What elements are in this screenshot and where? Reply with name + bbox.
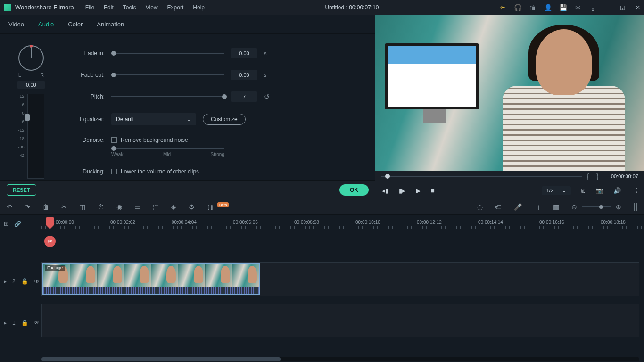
ruler-tick: 00:00:02:02 (110, 220, 135, 225)
timeline-ruler[interactable]: 00:00:00:00 00:00:02:02 00:00:04:04 00:0… (41, 215, 644, 229)
greenscreen-icon[interactable]: ▭ (134, 203, 140, 211)
denoise-slider[interactable] (111, 148, 224, 149)
menu-tools[interactable]: Tools (123, 4, 136, 11)
mail-icon[interactable]: ✉ (575, 4, 581, 11)
seek-slider[interactable] (381, 176, 582, 177)
close-icon[interactable]: ✕ (636, 4, 640, 11)
tab-color[interactable]: Color (68, 21, 83, 33)
snapshot-icon[interactable]: 📷 (595, 187, 603, 194)
save-icon[interactable]: 💾 (560, 4, 566, 11)
balance-knob[interactable] (18, 45, 44, 71)
split-icon[interactable]: ✂ (44, 236, 56, 247)
fullscreen-icon[interactable]: ⛶ (631, 187, 637, 194)
ducking-checkbox[interactable]: Lower the volume of other clips (111, 168, 199, 175)
voiceover-icon[interactable]: 🎤 (514, 203, 522, 211)
tab-animation[interactable]: Animation (97, 21, 124, 33)
fade-in-value[interactable]: 0.00 (231, 48, 257, 58)
db-tick: -42 (18, 153, 24, 158)
visibility-icon[interactable]: 👁 (34, 320, 40, 326)
preview-ratio-select[interactable]: 1/2⌄ (542, 186, 571, 195)
video-track-1[interactable] (41, 304, 639, 337)
lock-icon[interactable]: 🔓 (21, 320, 28, 326)
redo-icon[interactable]: ↷ (25, 203, 30, 211)
add-track-icon[interactable]: ⊞ (4, 221, 8, 227)
pitch-value[interactable]: 7 (231, 91, 257, 102)
maximize-icon[interactable]: ◱ (620, 4, 625, 11)
timeline-scrollbar[interactable] (41, 357, 639, 361)
lock-icon[interactable]: 🔓 (21, 278, 28, 285)
tab-video[interactable]: Video (8, 21, 24, 33)
speed-icon[interactable]: ⏱ (98, 203, 104, 211)
zoom-out-icon[interactable]: ⊖ (571, 203, 577, 211)
marker-brackets[interactable]: {} (587, 173, 606, 180)
equalizer-select[interactable]: Default⌄ (111, 113, 196, 125)
zoom-slider[interactable] (582, 206, 611, 207)
ruler-tick: 00:00:10:10 (355, 220, 380, 225)
fade-out-slider[interactable] (111, 74, 224, 75)
denoise-label: Denoise: (65, 137, 105, 143)
adjust-icon[interactable]: ⚙ (189, 203, 195, 211)
ruler-tick: 00:00:04:04 (172, 220, 197, 225)
motion-icon[interactable]: ◈ (171, 203, 176, 211)
marker-icon[interactable]: 🏷 (495, 203, 502, 211)
ruler-tick: 00:00:06:06 (233, 220, 258, 225)
play-icon[interactable]: ▶ (416, 187, 421, 194)
lightbulb-icon[interactable]: ☀ (499, 4, 506, 11)
cut-icon[interactable]: ✂ (61, 203, 67, 211)
knob-left-label: L (18, 73, 21, 78)
volume-handle[interactable] (25, 114, 30, 121)
ducking-label: Ducking: (65, 168, 105, 175)
fade-in-slider[interactable] (111, 53, 224, 54)
next-frame-icon[interactable]: ▮▸ (399, 187, 405, 194)
playhead[interactable]: ✂ (50, 217, 50, 358)
video-clip[interactable]: Footage (42, 263, 260, 295)
customize-button[interactable]: Customize (203, 114, 246, 125)
pitch-reset-icon[interactable]: ↺ (264, 93, 273, 100)
audio-enhance-icon[interactable]: ⫿⫿ (207, 203, 214, 211)
stop-icon[interactable]: ■ (431, 187, 435, 194)
layout-icon[interactable]: ▦ (553, 203, 559, 211)
beta-badge: Beta (217, 202, 229, 207)
render-icon[interactable]: ◌ (477, 203, 483, 211)
prev-frame-icon[interactable]: ◂▮ (382, 187, 388, 194)
headphones-icon[interactable]: 🎧 (514, 4, 521, 11)
menu-help[interactable]: Help (193, 4, 205, 11)
track-video-icon: ▸ (4, 278, 7, 285)
ruler-tick: 00:00:08:08 (294, 220, 319, 225)
minimize-icon[interactable]: — (604, 4, 610, 11)
zoom-in-icon[interactable]: ⊕ (616, 203, 621, 211)
timeline[interactable]: ⊞ 🔗 ▸2 🔓 👁 ▸1 🔓 👁 00:00:00:00 00:00:02:0… (0, 215, 644, 362)
volume-meter[interactable] (27, 94, 44, 179)
trash-icon[interactable]: 🗑 (529, 4, 536, 11)
visibility-icon[interactable]: 👁 (34, 278, 40, 285)
playback-time: 00:00:00:07 (611, 173, 638, 179)
volume-icon[interactable]: 🔊 (613, 187, 621, 194)
menu-view[interactable]: View (146, 4, 158, 11)
crop-icon[interactable]: ◫ (79, 203, 85, 211)
display-icon[interactable]: ⎚ (581, 187, 585, 194)
download-icon[interactable]: ⭳ (590, 4, 596, 11)
undo-icon[interactable]: ↶ (7, 203, 12, 211)
menu-edit[interactable]: Edit (104, 4, 114, 11)
db-tick: 12 (19, 94, 24, 99)
ok-button[interactable]: OK (339, 184, 369, 196)
pitch-slider[interactable] (111, 96, 224, 97)
fade-in-label: Fade in: (65, 50, 105, 57)
link-icon[interactable]: 🔗 (14, 221, 21, 227)
video-track-2[interactable]: Footage (41, 262, 639, 296)
menu-file[interactable]: File (85, 4, 94, 11)
delete-icon[interactable]: 🗑 (42, 203, 49, 211)
account-icon[interactable]: 👤 (545, 4, 551, 11)
menu-export[interactable]: Export (167, 4, 184, 11)
denoise-checkbox[interactable]: Remove background noise (111, 137, 188, 143)
fade-out-value[interactable]: 0.00 (231, 70, 257, 80)
color-icon[interactable]: ◉ (116, 203, 122, 211)
mixer-icon[interactable]: ⫼ (534, 203, 541, 211)
app-logo (4, 4, 11, 11)
reset-button[interactable]: RESET (7, 184, 36, 196)
keyframe-icon[interactable]: ⬚ (153, 203, 159, 211)
tab-audio[interactable]: Audio (38, 21, 54, 33)
ruler-tick: 00:00:12:12 (417, 220, 442, 225)
app-name: Wondershare Filmora (15, 4, 74, 11)
snap-icon[interactable] (634, 203, 637, 211)
